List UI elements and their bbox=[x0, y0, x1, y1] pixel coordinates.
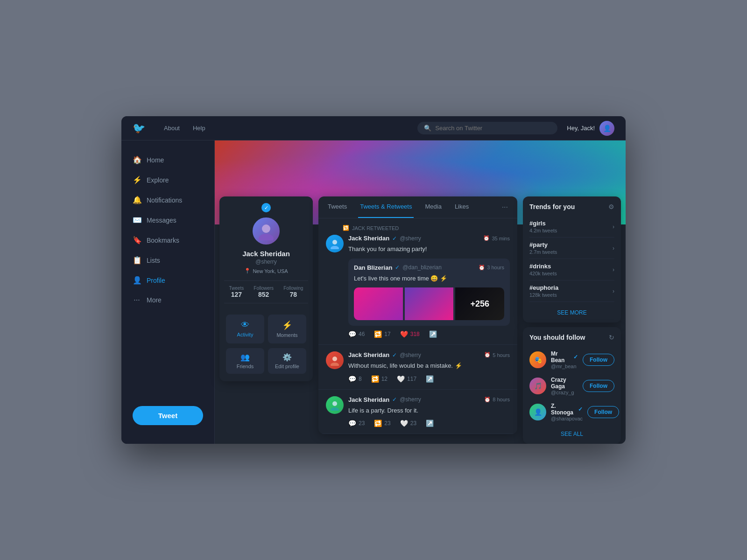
nav-help[interactable]: Help bbox=[193, 125, 205, 132]
activity-button[interactable]: 👁 Activity bbox=[226, 315, 264, 343]
search-icon: 🔍 bbox=[424, 125, 431, 132]
trend-item-2[interactable]: #party 2.7m tweets › bbox=[529, 238, 614, 259]
follow-handle-2: @crazy_g bbox=[551, 390, 578, 395]
profile-icon: 👤 bbox=[133, 276, 141, 285]
follow-button-3[interactable]: Follow bbox=[587, 406, 619, 418]
retweet-action-3[interactable]: 🔁 23 bbox=[374, 420, 390, 427]
sidebar-item-lists[interactable]: 📋 Lists bbox=[121, 250, 214, 270]
follow-avatar-1: 🎭 bbox=[529, 351, 546, 368]
friends-icon: 👥 bbox=[240, 353, 250, 362]
trends-settings-icon[interactable]: ⚙ bbox=[608, 203, 614, 210]
sidebar-item-explore[interactable]: ⚡ Explore bbox=[121, 170, 214, 190]
activity-icon: 👁 bbox=[230, 320, 261, 330]
verified-badge: ✓ bbox=[261, 203, 271, 212]
tweet-image-3: +256 bbox=[455, 287, 504, 320]
verified-icon-3: ✓ bbox=[392, 396, 397, 403]
sidebar-item-more[interactable]: ··· More bbox=[121, 290, 214, 310]
trend-chevron-1: › bbox=[613, 224, 614, 230]
tab-tweets-retweets[interactable]: Tweets & Retweets bbox=[358, 196, 414, 218]
retweet-action-1[interactable]: 🔁 17 bbox=[374, 330, 390, 338]
share-action-2[interactable]: ↗️ bbox=[426, 375, 434, 383]
notifications-icon: 🔔 bbox=[133, 196, 141, 204]
profile-actions: 👁 Activity ⚡ Moments bbox=[219, 310, 313, 348]
like-action-3[interactable]: 🤍 23 bbox=[400, 420, 416, 427]
sidebar-item-home[interactable]: 🏠 Home bbox=[121, 150, 214, 170]
tweet-header-1: Jack Sheridan ✓ @sherry ⏰ 35 mins Thank … bbox=[326, 235, 510, 338]
sidebar-item-bookmarks[interactable]: 🔖 Bookmarks bbox=[121, 230, 214, 250]
tweets-tabs: Tweets Tweets & Retweets Media Likes ··· bbox=[318, 196, 517, 218]
edit-icon: ⚙️ bbox=[282, 353, 292, 362]
tweet-item-2: Jack Sheridan ✓ @sherry ⏰ 5 hours Withou… bbox=[318, 345, 517, 390]
stat-followers: Followers 852 bbox=[254, 286, 274, 298]
share-action-1[interactable]: ↗️ bbox=[429, 330, 437, 338]
comment-action-3[interactable]: 💬 23 bbox=[348, 420, 365, 427]
trend-tag-2: #party bbox=[529, 241, 557, 248]
tweet-user-line-1: Jack Sheridan ✓ @sherry ⏰ 35 mins bbox=[348, 235, 510, 242]
nav-about[interactable]: About bbox=[164, 125, 180, 132]
refresh-icon[interactable]: ↻ bbox=[609, 334, 614, 341]
tweet-user-line-3: Jack Sheridan ✓ @sherry ⏰ 8 hours bbox=[348, 396, 510, 403]
tab-media[interactable]: Media bbox=[423, 196, 443, 218]
profile-stats: Tweets 127 Followers 852 Following 78 bbox=[224, 280, 308, 303]
tab-likes[interactable]: Likes bbox=[453, 196, 471, 218]
tweet-meta-1: Jack Sheridan ✓ @sherry ⏰ 35 mins Thank … bbox=[348, 235, 510, 338]
friends-button[interactable]: 👥 Friends bbox=[226, 348, 264, 374]
share-action-3[interactable]: ↗️ bbox=[426, 420, 434, 427]
tab-more[interactable]: ··· bbox=[500, 196, 510, 218]
follow-name-3: Z. Stonoga ✓ bbox=[551, 403, 583, 416]
tweet-user-line-2: Jack Sheridan ✓ @sherry ⏰ 5 hours bbox=[348, 351, 510, 358]
svg-point-5 bbox=[331, 363, 339, 366]
follow-avatar-2: 🎵 bbox=[529, 378, 546, 394]
like-action-2[interactable]: 🤍 117 bbox=[397, 375, 416, 383]
trend-tag-3: #drinks bbox=[529, 263, 557, 270]
search-input[interactable] bbox=[435, 125, 551, 132]
trend-item-4[interactable]: #euphoria 128k tweets › bbox=[529, 280, 614, 302]
trend-chevron-3: › bbox=[613, 266, 614, 273]
svg-point-1 bbox=[259, 234, 274, 240]
sidebar-label-home: Home bbox=[147, 156, 164, 164]
sidebar-label-messages: Messages bbox=[147, 217, 176, 224]
trend-chevron-2: › bbox=[613, 245, 614, 252]
profile-handle: @sherry bbox=[219, 259, 313, 265]
tweet-button[interactable]: Tweet bbox=[133, 406, 203, 425]
comment-action-2[interactable]: 💬 8 bbox=[348, 375, 362, 383]
follow-title: You should follow bbox=[529, 334, 585, 341]
stat-following-value: 78 bbox=[283, 291, 303, 298]
more-icon: ··· bbox=[133, 296, 141, 304]
share-icon-3: ↗️ bbox=[426, 420, 434, 427]
trend-tag-4: #euphoria bbox=[529, 284, 558, 291]
follow-button-2[interactable]: Follow bbox=[583, 380, 614, 392]
sidebar-label-notifications: Notifications bbox=[147, 196, 182, 204]
retweet-action-2[interactable]: 🔁 12 bbox=[371, 375, 388, 383]
follow-verified-3: ✓ bbox=[578, 406, 583, 413]
stat-followers-label: Followers bbox=[254, 286, 274, 291]
sidebar-item-notifications[interactable]: 🔔 Notifications bbox=[121, 190, 214, 210]
trend-item-3[interactable]: #drinks 420k tweets › bbox=[529, 259, 614, 280]
trend-item-1[interactable]: #girls 4.2m tweets › bbox=[529, 216, 614, 238]
tweet-handle-2: @sherry bbox=[400, 352, 421, 358]
moments-button[interactable]: ⚡ Moments bbox=[268, 315, 306, 343]
verified-icon-1: ✓ bbox=[392, 235, 397, 242]
follow-button-1[interactable]: Follow bbox=[583, 354, 614, 366]
tab-tweets[interactable]: Tweets bbox=[326, 196, 349, 218]
edit-profile-button[interactable]: ⚙️ Edit profile bbox=[268, 348, 306, 374]
follow-handle-3: @sharapovac bbox=[551, 416, 583, 421]
see-all-button[interactable]: SEE ALL bbox=[529, 429, 614, 437]
profile-name: Jack Sheridan bbox=[219, 250, 313, 258]
main-layout: 🏠 Home ⚡ Explore 🔔 Notifications ✉️ Mess… bbox=[121, 140, 626, 444]
trends-panel: Trends for you ⚙ #girls 4.2m tweets › bbox=[523, 196, 621, 444]
comment-action-1[interactable]: 💬 46 bbox=[348, 330, 365, 338]
trends-see-more[interactable]: SEE MORE bbox=[529, 306, 614, 316]
twitter-logo[interactable]: 🐦 bbox=[133, 122, 145, 134]
nav-user-avatar[interactable]: 👤 bbox=[599, 121, 614, 136]
like-action-1[interactable]: ❤️ 318 bbox=[400, 330, 420, 338]
sidebar-item-profile[interactable]: 👤 Profile bbox=[121, 270, 214, 290]
sidebar-item-messages[interactable]: ✉️ Messages bbox=[121, 210, 214, 230]
stat-tweets: Tweets 127 bbox=[229, 286, 244, 298]
nav-links: About Help bbox=[164, 125, 408, 132]
svg-point-3 bbox=[331, 246, 339, 249]
browser-window: 🐦 About Help 🔍 Hey, Jack! 👤 🏠 Home ⚡ Exp… bbox=[121, 116, 626, 444]
tweet-time-2: ⏰ 5 hours bbox=[484, 352, 510, 358]
tweet-handle-3: @sherry bbox=[400, 396, 421, 403]
svg-point-0 bbox=[262, 224, 270, 233]
